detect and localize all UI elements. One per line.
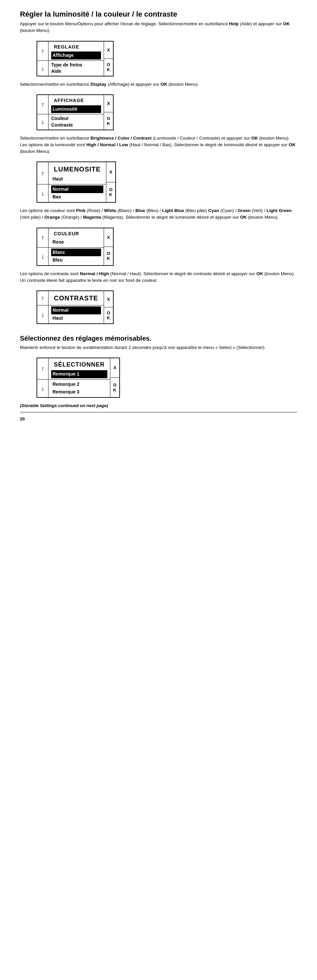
menu-affichage-title-cell: AFFICHAGE Luminosité	[48, 95, 104, 114]
arrow-up-icon-3: ↑	[37, 162, 48, 184]
menu-reglage-row2: ↓ Type de freins Aide	[37, 61, 104, 76]
menu-couleur-rose: Rose	[51, 238, 101, 246]
section-title: Régler la luminosité / la couleur / le c…	[20, 10, 297, 19]
page-number: 20	[20, 416, 297, 422]
menu-selectionner-row2: ↓ Remorque 2 Remorque 3	[37, 380, 110, 397]
para5: Les options de contraste sont Normal / H…	[20, 270, 297, 284]
section-storable: Sélectionnez des réglages mémorisables. …	[20, 335, 297, 422]
menu-selectionner-remorque3: Remorque 3	[51, 388, 107, 396]
arrow-down-icon-6: ↓	[37, 380, 48, 397]
arrow-down-icon-5: ↓	[37, 305, 48, 323]
menu-lumenosite-title: LUMENOSITE	[51, 163, 104, 175]
arrow-up-icon-5: ↑	[37, 291, 48, 305]
menu-lumenosite-title-cell: LUMENOSITE Haut	[48, 162, 106, 184]
menu-lumenosite-row1: ↑ LUMENOSITE Haut	[37, 162, 106, 185]
intro-para: Appuyer sur le bouton Menu/Options pour …	[20, 21, 297, 34]
para4: Les options de couleur sont Pink (Rose) …	[20, 207, 297, 221]
ok-top-affichage: X	[104, 95, 113, 112]
arrow-up-icon-6: ↑	[37, 358, 48, 379]
footnote: (Storable Settings continued on next pag…	[20, 402, 297, 409]
menu-couleur-blanc: Blanc	[51, 248, 101, 256]
ok-cell-reglage: X OK	[104, 41, 113, 76]
menu-reglage-highlighted: Affichage	[51, 51, 101, 59]
ok-cell-contraste: X OK	[104, 291, 113, 323]
section2-para1: Maintenir enfoncé le bouton de suralimen…	[20, 344, 297, 351]
arrow-down-icon-2: ↓	[37, 114, 48, 129]
menu-reglage-row2-line2: Aide	[51, 68, 101, 75]
menu-contraste: ↑ CONTRASTE ↓ Normal Haut X OK	[37, 290, 114, 324]
section2-title: Sélectionnez des réglages mémorisables.	[20, 335, 297, 342]
menu-reglage-title: REGLAGE	[51, 43, 101, 52]
ok-bottom-couleur: OK	[104, 247, 113, 265]
menu-contraste-row1: ↑ CONTRASTE	[37, 291, 104, 305]
menu-selectionner: ↑ SÉLECTIONNER Remorque 1 ↓ Remorque 2 R…	[37, 358, 120, 398]
ok-top-reglage: X	[104, 41, 113, 59]
menu-contraste-haut: Haut	[51, 314, 101, 322]
menu-selectionner-remorque2: Remorque 2	[51, 380, 107, 388]
menu-reglage-row2-content: Type de freins Aide	[48, 61, 104, 76]
menu-selectionner-row1: ↑ SÉLECTIONNER Remorque 1	[37, 358, 110, 380]
menu-lumenosite-bas: Bas	[51, 193, 104, 201]
menu-affichage-row1: ↑ AFFICHAGE Luminosité	[37, 95, 104, 114]
arrow-down-icon-3: ↓	[37, 185, 48, 202]
ok-cell-lumenosite: X OK	[106, 162, 115, 202]
ok-bottom-affichage: OK	[104, 112, 113, 129]
menu-lumenosite-main: ↑ LUMENOSITE Haut ↓ Normal Bas	[37, 162, 106, 202]
arrow-up-icon-2: ↑	[37, 95, 48, 114]
ok-top-lumenosite: X	[106, 162, 115, 182]
para2: Sélectionner/mettre en surbrillance Disp…	[20, 81, 297, 88]
menu-couleur-bleu: Bleu	[51, 256, 101, 264]
menu-lumenosite-row2: ↓ Normal Bas	[37, 185, 106, 202]
menu-reglage-main: ↑ REGLAGE Affichage ↓ Type de freins Aid…	[37, 41, 104, 76]
menu-contraste-row2-content: Normal Haut	[48, 305, 104, 323]
arrow-down-icon: ↓	[37, 61, 48, 76]
menu-affichage: ↑ AFFICHAGE Luminosité ↓ Couleur Contras…	[37, 94, 114, 130]
menu-affichage-title: AFFICHAGE	[51, 96, 101, 105]
menu-affichage-row2-line2: Contraste	[51, 122, 101, 129]
arrow-up-icon-4: ↑	[37, 228, 48, 247]
menu-reglage-title-cell: REGLAGE Affichage	[48, 41, 104, 60]
menu-contraste-title-cell: CONTRASTE	[48, 291, 104, 305]
ok-top-couleur: X	[104, 228, 113, 247]
menu-selectionner-title-cell: SÉLECTIONNER Remorque 1	[48, 358, 110, 379]
menu-contraste-title: CONTRASTE	[51, 292, 101, 304]
ok-bottom-lumenosite: OK	[106, 183, 115, 202]
menu-lumenosite-haut: Haut	[51, 175, 104, 183]
menu-lumenosite-normal: Normal	[51, 185, 104, 193]
menu-reglage-row2-line1: Type de freins	[51, 62, 101, 68]
menu-couleur-row2: ↓ Blanc Bleu	[37, 248, 104, 265]
arrow-down-icon-4: ↓	[37, 248, 48, 265]
section-brightness: Régler la luminosité / la couleur / le c…	[20, 10, 297, 329]
menu-contraste-main: ↑ CONTRASTE ↓ Normal Haut	[37, 291, 104, 323]
ok-bottom-contraste: OK	[104, 307, 113, 323]
ok-cell-couleur: X OK	[104, 228, 113, 265]
menu-contraste-normal: Normal	[51, 306, 101, 314]
menu-selectionner-main: ↑ SÉLECTIONNER Remorque 1 ↓ Remorque 2 R…	[37, 358, 110, 397]
ok-bottom-reglage: OK	[104, 59, 113, 76]
menu-affichage-highlighted: Luminosité	[51, 105, 101, 113]
ok-top-contraste: X	[104, 291, 113, 307]
page-divider	[20, 412, 297, 412]
menu-couleur-row1: ↑ COULEUR Rose	[37, 228, 104, 248]
menu-couleur-title-cell: COULEUR Rose	[48, 228, 104, 247]
ok-bottom-selectionner: OK	[110, 378, 119, 397]
menu-couleur: ↑ COULEUR Rose ↓ Blanc Bleu X OK	[37, 228, 114, 266]
menu-reglage-row1: ↑ REGLAGE Affichage	[37, 41, 104, 61]
menu-lumenosite-row2-content: Normal Bas	[48, 185, 106, 202]
menu-affichage-main: ↑ AFFICHAGE Luminosité ↓ Couleur Contras…	[37, 95, 104, 129]
menu-couleur-main: ↑ COULEUR Rose ↓ Blanc Bleu	[37, 228, 104, 265]
ok-cell-affichage: X OK	[104, 95, 113, 129]
arrow-up-icon: ↑	[37, 41, 48, 60]
ok-cell-selectionner: X OK	[110, 358, 119, 397]
menu-reglage: ↑ REGLAGE Affichage ↓ Type de freins Aid…	[37, 41, 114, 76]
menu-selectionner-remorque1: Remorque 1	[51, 370, 107, 378]
menu-affichage-row2: ↓ Couleur Contraste	[37, 114, 104, 129]
menu-lumenosite: ↑ LUMENOSITE Haut ↓ Normal Bas X OK	[37, 162, 116, 203]
menu-couleur-row2-content: Blanc Bleu	[48, 248, 104, 265]
para3: Sélectionner/mettre en surbrillance Brig…	[20, 135, 297, 155]
menu-affichage-row2-line1: Couleur	[51, 115, 101, 122]
menu-affichage-row2-content: Couleur Contraste	[48, 114, 104, 129]
menu-selectionner-row2-content: Remorque 2 Remorque 3	[48, 380, 110, 397]
ok-top-selectionner: X	[110, 358, 119, 378]
menu-couleur-title: COULEUR	[51, 229, 101, 239]
